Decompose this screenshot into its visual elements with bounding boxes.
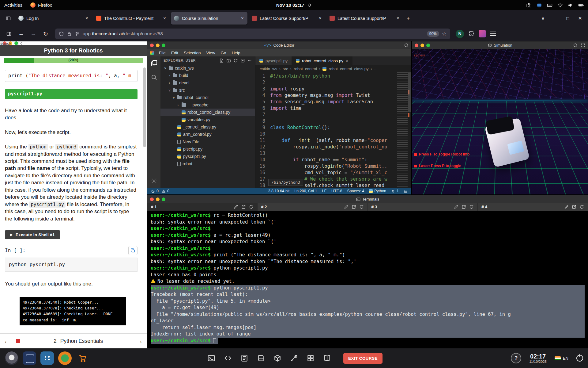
- tree-item[interactable]: ∨catkin_ws: [160, 64, 255, 72]
- browser-tab[interactable]: Log In×: [15, 12, 92, 25]
- window-minimize-button[interactable]: —: [551, 13, 560, 23]
- status-item[interactable]: Python: [369, 189, 386, 193]
- execute-in-shell-button[interactable]: ▶ Execute in Shell #1: [5, 230, 60, 239]
- clock-menu[interactable]: Nov 10 02:17: [276, 2, 312, 8]
- more-actions-icon[interactable]: [247, 58, 252, 63]
- notebook-tool-icon[interactable]: [240, 354, 248, 362]
- fullscreen-icon[interactable]: [581, 43, 585, 48]
- refresh-explorer-icon[interactable]: [233, 58, 238, 63]
- edit-icon[interactable]: [344, 205, 349, 209]
- breadcrumb-item[interactable]: src: [283, 67, 288, 71]
- wifi-icon[interactable]: [557, 2, 563, 8]
- new-file-icon[interactable]: [219, 58, 224, 63]
- breadcrumb-item[interactable]: catkin_ws: [260, 67, 277, 71]
- tree-item[interactable]: pyscript1.py: [160, 153, 255, 160]
- zoom-indicator[interactable]: 90%: [427, 31, 439, 37]
- docs-tool-icon[interactable]: [321, 352, 333, 364]
- edit-icon[interactable]: [564, 205, 569, 209]
- back-button[interactable]: ←: [16, 29, 26, 39]
- lock-icon[interactable]: [67, 31, 72, 36]
- tree-item[interactable]: ›__pycache__: [160, 101, 255, 109]
- terminal-tab[interactable]: # 2: [258, 203, 368, 211]
- code-cell[interactable]: python pyscript1.py: [5, 258, 138, 272]
- profile-avatar[interactable]: N: [456, 30, 464, 38]
- explorer-icon[interactable]: [150, 59, 158, 67]
- code-area[interactable]: 123456789101112131415161718 #!/usr/bin/e…: [255, 72, 411, 188]
- volume-icon[interactable]: [568, 2, 573, 8]
- status-item[interactable]: 0: [162, 189, 169, 193]
- notifications-icon[interactable]: [391, 189, 395, 193]
- simulation-window-header[interactable]: Simulation: [412, 41, 588, 49]
- language-switcher[interactable]: EN: [555, 356, 568, 361]
- editor-tab[interactable]: pyscript1.py: [255, 56, 292, 65]
- breadcrumb[interactable]: catkin_ws›src›robot_control›robot_contro…: [255, 65, 411, 72]
- code-tool-icon[interactable]: [224, 354, 232, 362]
- store-cart-icon[interactable]: [78, 354, 87, 362]
- browser-tab[interactable]: Course Simulation×: [171, 12, 247, 25]
- tree-item[interactable]: variables.py: [160, 116, 255, 123]
- notebook-scrollbar[interactable]: [143, 67, 146, 147]
- open-external-icon[interactable]: [18, 41, 23, 46]
- menu-hamburger-icon[interactable]: [490, 32, 496, 36]
- breadcrumb-more[interactable]: ...: [374, 67, 378, 71]
- terminal-tab[interactable]: # 3: [368, 203, 478, 211]
- browser-tab[interactable]: Latest Course Support/P×: [249, 12, 325, 25]
- menu-item-selection[interactable]: Selection: [181, 51, 204, 55]
- stop-icon[interactable]: [16, 339, 20, 343]
- exit-course-button[interactable]: EXIT COURSE: [343, 353, 383, 364]
- battery-icon[interactable]: [578, 2, 584, 8]
- breadcrumb-item[interactable]: robot_control_class.py: [329, 67, 368, 71]
- minimap[interactable]: [397, 72, 408, 188]
- status-item[interactable]: 1: [391, 189, 399, 193]
- tree-item[interactable]: ∨src: [160, 86, 255, 94]
- terminal-tool-icon[interactable]: [207, 354, 215, 362]
- apps-grid-icon[interactable]: [307, 354, 315, 362]
- window-close-button[interactable]: ✕: [575, 13, 585, 23]
- window-lights[interactable]: [150, 197, 165, 201]
- edit-icon[interactable]: [454, 205, 458, 209]
- tools-icon[interactable]: [290, 354, 298, 362]
- tree-item[interactable]: ∨robot_control: [160, 94, 255, 101]
- code-tool-icon[interactable]: [222, 352, 234, 364]
- reload-icon[interactable]: [359, 205, 364, 209]
- settings-gear-icon[interactable]: [150, 177, 158, 185]
- panel-sidebar-icon[interactable]: [4, 29, 14, 39]
- menu-item-help[interactable]: Help: [229, 51, 243, 55]
- tree-item[interactable]: robot_control_class.py: [160, 109, 255, 116]
- activities-logo[interactable]: [5, 351, 18, 365]
- tab-close-icon[interactable]: ×: [240, 16, 244, 21]
- extensions-puzzle-icon[interactable]: [468, 31, 474, 37]
- apps-grid-icon[interactable]: [305, 352, 316, 364]
- open-icon[interactable]: [462, 205, 466, 209]
- power-icon[interactable]: [576, 355, 583, 362]
- refresh-icon[interactable]: [404, 43, 409, 48]
- tools-icon[interactable]: [288, 352, 300, 364]
- tree-item[interactable]: ›build: [160, 72, 255, 79]
- window-restore-button[interactable]: □: [563, 13, 573, 23]
- notebook-window-header[interactable]: Notebook: [0, 41, 6, 45]
- browser-tab[interactable]: Latest Course Support/P×: [326, 12, 403, 25]
- open-icon[interactable]: [352, 205, 356, 209]
- tree-item[interactable]: piscript.py: [160, 145, 255, 153]
- reload-icon[interactable]: [579, 205, 584, 209]
- editor-scrollbar[interactable]: [408, 72, 411, 112]
- edit-icon[interactable]: [234, 205, 238, 209]
- tab-close-icon[interactable]: ×: [85, 16, 89, 21]
- tree-item[interactable]: ›devel: [160, 79, 255, 86]
- docs-tool-icon[interactable]: [323, 354, 331, 362]
- screenshare-icon[interactable]: [537, 2, 542, 8]
- menu-item-file[interactable]: File: [156, 51, 168, 55]
- refresh-icon[interactable]: [573, 43, 578, 48]
- status-item[interactable]: [404, 189, 408, 193]
- tree-item[interactable]: robot: [160, 160, 255, 167]
- list-all-tabs-icon[interactable]: ∨: [538, 13, 548, 24]
- reload-icon[interactable]: [249, 205, 254, 209]
- next-unit-icon[interactable]: →: [136, 337, 143, 345]
- extension-badge-icon[interactable]: [479, 30, 486, 37]
- keyboard-icon[interactable]: [547, 2, 552, 8]
- terminal-output[interactable]: user:~/catkin_ws/src$ rc = RobotControl(…: [147, 211, 588, 348]
- rosject-icon[interactable]: [23, 351, 36, 365]
- new-folder-icon[interactable]: [226, 58, 231, 63]
- forward-button[interactable]: →: [28, 29, 39, 39]
- status-item[interactable]: 0: [151, 189, 159, 193]
